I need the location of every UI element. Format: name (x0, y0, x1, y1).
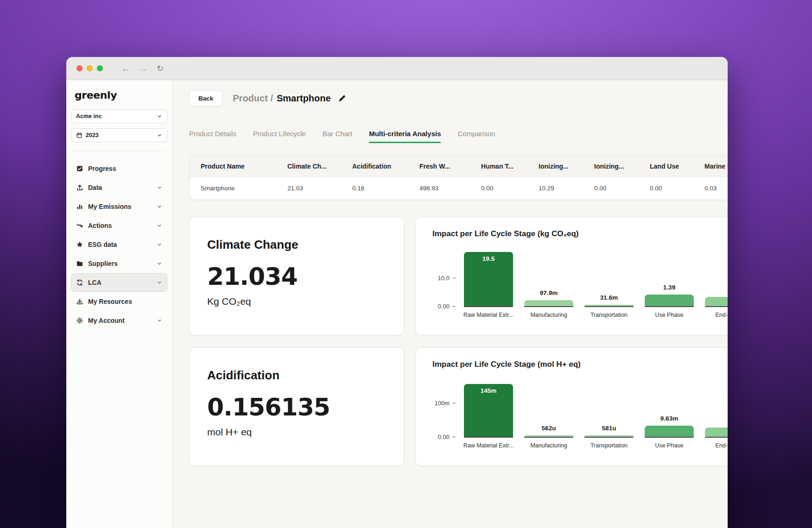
y-axis-tick-label: 0.00 (438, 434, 450, 440)
y-axis: 10.00.00 (432, 251, 458, 306)
bar-transportation[interactable] (584, 435, 634, 437)
progress-check-icon (76, 165, 83, 172)
column-header-land-use: Land Use (639, 163, 693, 170)
x-axis-segment (705, 437, 728, 438)
actions-trend-icon (76, 222, 83, 229)
column-header-ionizing: Ionizing... (527, 163, 583, 170)
metric-title: Climate Change (207, 238, 386, 252)
sidebar-item-actions[interactable]: Actions (71, 216, 167, 235)
bar-raw-material-extr[interactable]: 19.5 (464, 252, 513, 306)
page-title: Product / Smartphone (233, 93, 346, 104)
chart-plot-area: 100m0.00145mRaw Material Extr...562uManu… (432, 381, 728, 449)
bar-raw-material-extr[interactable]: 145m (464, 384, 513, 437)
lifecycle-bar-chart: 10.00.0019.5Raw Material Extr...97.9mMan… (432, 251, 728, 318)
browser-reload-icon[interactable]: ↻ (157, 64, 164, 73)
impact-table-header: Product NameClimate Ch...AcidificationFr… (190, 156, 728, 177)
tab-product-lifecycle[interactable]: Product Lifecycle (253, 130, 306, 141)
column-header-product-name: Product Name (190, 163, 276, 170)
category-label: Manufacturing (530, 312, 567, 318)
bar-group-use-phase: 1.39Use Phase (639, 251, 699, 318)
category-label: Raw Material Extr... (463, 312, 514, 318)
category-label: Transportation (590, 442, 628, 449)
bar-use-phase[interactable] (645, 295, 694, 306)
y-axis-tick-label: 0.00 (438, 303, 450, 310)
bar-manufacturing[interactable] (524, 300, 573, 306)
bar-group-transportation: 31.6mTransportation (579, 251, 639, 318)
column-header-fresh-w: Fresh W... (408, 163, 470, 170)
chevron-down-icon (157, 261, 162, 266)
x-axis-segment (705, 306, 728, 307)
bar-group-manufacturing: 562uManufacturing (519, 381, 579, 449)
sidebar-item-my-resources[interactable]: My Resources (71, 292, 167, 311)
table-cell: 0.00 (470, 185, 527, 192)
metric-unit: Kg CO₂eq (207, 296, 386, 307)
sidebar-item-label: My Emissions (88, 203, 131, 210)
bars-area: 19.5Raw Material Extr...97.9mManufacturi… (458, 251, 728, 318)
table-cell: 496.93 (408, 185, 470, 192)
chevron-down-icon (157, 242, 162, 247)
breadcrumb: Product / (233, 93, 273, 104)
sidebar-item-suppliers[interactable]: Suppliers (71, 254, 167, 273)
minimize-window-button[interactable] (87, 65, 93, 71)
y-axis-tick-mark (452, 437, 456, 437)
bar-end-of-life[interactable] (705, 297, 728, 306)
bar-end-of-life[interactable] (705, 427, 728, 437)
bar-group-raw-material-extr: 145mRaw Material Extr... (458, 381, 519, 449)
bar-use-phase[interactable] (645, 426, 694, 437)
metric-value: 21.034 (207, 264, 386, 289)
close-window-button[interactable] (76, 65, 82, 71)
tab-product-details[interactable]: Product Details (189, 130, 236, 141)
zoom-window-button[interactable] (97, 65, 103, 71)
chevron-down-icon (157, 280, 162, 285)
calendar-icon (76, 132, 82, 138)
category-label: Raw Material Extr... (463, 442, 514, 449)
browser-back-icon[interactable]: ← (121, 64, 130, 73)
chart-title: Impact per Life Cycle Stage (kg CO₂eq) (432, 229, 728, 239)
tab-multi-criteria-analysis[interactable]: Multi-criteria Analysis (369, 130, 441, 141)
esg-star-icon (76, 241, 83, 248)
bar-value-label: 97.9m (540, 289, 558, 296)
category-label: End-of-Life (715, 442, 728, 449)
account-gear-icon (76, 317, 83, 324)
y-axis-tick-mark (452, 403, 456, 403)
category-label: Use Phase (655, 442, 683, 449)
column-header-acidification: Acidification (341, 163, 408, 170)
sidebar-item-my-account[interactable]: My Account (71, 311, 167, 330)
sidebar-item-progress[interactable]: Progress (71, 159, 167, 178)
bar-transportation[interactable] (584, 305, 634, 306)
bar-manufacturing[interactable] (524, 435, 573, 437)
back-button[interactable]: Back (189, 90, 222, 107)
app-root: greenly Acme inc 2023 ProgressDataMy Emi… (66, 80, 728, 528)
sidebar-item-my-emissions[interactable]: My Emissions (71, 197, 167, 216)
x-axis-segment (524, 437, 573, 438)
category-label: Transportation (590, 312, 628, 318)
y-axis-tick-mark (452, 306, 456, 307)
year-selector[interactable]: 2023 (71, 128, 167, 142)
table-cell: 0.00 (583, 185, 639, 192)
chevron-down-icon (157, 223, 162, 228)
table-row[interactable]: Smartphone21.030.16496.930.0010.290.000.… (190, 177, 728, 200)
tab-comparison[interactable]: Comparison (457, 130, 495, 141)
chevron-down-icon (157, 185, 162, 190)
sidebar-item-lca[interactable]: LCA (71, 273, 167, 292)
sidebar-divider (72, 151, 166, 151)
sidebar-item-data[interactable]: Data (71, 178, 167, 197)
category-label: Manufacturing (530, 442, 567, 449)
x-axis-segment (464, 306, 513, 307)
chevron-down-icon (157, 318, 162, 323)
sidebar-item-esg-data[interactable]: ESG data (71, 235, 167, 254)
x-axis-segment (464, 437, 513, 438)
browser-window: ← → ↻ greenly Acme inc 2023 (66, 57, 728, 528)
bar-group-manufacturing: 97.9mManufacturing (519, 251, 579, 318)
company-selector-value: Acme inc (76, 113, 102, 119)
edit-pencil-icon[interactable] (337, 94, 346, 103)
table-cell: 21.03 (276, 185, 341, 192)
data-upload-icon (76, 184, 83, 191)
company-selector[interactable]: Acme inc (71, 109, 167, 123)
y-axis-tick: 0.00 (438, 434, 456, 440)
x-axis-segment (645, 437, 694, 438)
browser-forward-icon[interactable]: → (139, 64, 147, 73)
tab-bar-chart[interactable]: Bar Chart (323, 130, 352, 141)
lifecycle-bar-chart: 100m0.00145mRaw Material Extr...562uManu… (432, 381, 728, 449)
window-controls (76, 65, 103, 71)
